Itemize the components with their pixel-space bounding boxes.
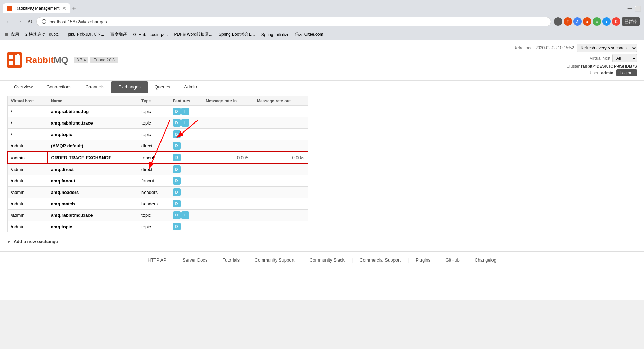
refresh-select[interactable]: Refresh every 5 seconds Refresh every 10… bbox=[577, 44, 637, 52]
forward-button[interactable]: → bbox=[15, 17, 24, 26]
bookmark-8-label: 码云 Gitee.com bbox=[295, 32, 323, 37]
tab-exchanges[interactable]: Exchanges bbox=[111, 81, 147, 93]
ext2-icon[interactable]: ● bbox=[593, 17, 601, 26]
cell-rate-in bbox=[202, 106, 253, 117]
cell-type: topic bbox=[138, 106, 169, 117]
tab-queues[interactable]: Queues bbox=[148, 81, 177, 93]
cell-vhost: /admin bbox=[7, 221, 47, 232]
bookmark-5[interactable]: PDF转Word转换器... bbox=[172, 31, 214, 38]
bookmark-6[interactable]: Spring Boot整合E... bbox=[217, 31, 257, 38]
table-row[interactable]: /adminamq.rabbitmq.tracetopicDI bbox=[7, 210, 308, 221]
abp-icon[interactable]: A bbox=[573, 17, 582, 26]
main-content: Virtual host Name Type Features Message … bbox=[0, 93, 644, 251]
bookmark-3[interactable]: 百度翻译 bbox=[108, 31, 129, 38]
cell-rate-in bbox=[202, 163, 253, 175]
logout-button[interactable]: Log out bbox=[616, 69, 637, 76]
reload-button[interactable]: ↻ bbox=[26, 17, 34, 26]
svg-rect-3 bbox=[7, 33, 8, 34]
tab-favicon bbox=[7, 6, 12, 11]
logo-rabbit: Rabbit bbox=[26, 55, 54, 65]
footer-link-http-api[interactable]: HTTP API bbox=[148, 257, 168, 263]
cell-features: DI bbox=[169, 210, 202, 221]
maximize-icon[interactable]: ⬜ bbox=[634, 5, 641, 12]
table-row[interactable]: /adminamq.headersheadersD bbox=[7, 187, 308, 198]
footer-link-changelog[interactable]: Changelog bbox=[475, 257, 496, 263]
tab-channels[interactable]: Channels bbox=[78, 81, 111, 93]
bookmark-4[interactable]: GitHub · codingZ... bbox=[131, 32, 170, 38]
cell-vhost: / bbox=[7, 117, 47, 129]
tab-connections[interactable]: Connections bbox=[40, 81, 78, 93]
cell-type: topic bbox=[138, 117, 169, 129]
cell-name: amq.direct bbox=[47, 163, 138, 175]
ext1-icon[interactable]: ● bbox=[583, 17, 591, 26]
footer-link-github[interactable]: GitHub bbox=[445, 257, 459, 263]
fe-icon[interactable]: F bbox=[564, 17, 572, 26]
footer-link-tutorials[interactable]: Tutorials bbox=[223, 257, 240, 263]
vhost-select[interactable]: All / /admin bbox=[612, 54, 637, 62]
active-tab[interactable]: RabbitMQ Management ✕ bbox=[3, 3, 70, 13]
table-row[interactable]: /adminamq.directdirectD bbox=[7, 163, 308, 175]
user-label: User bbox=[590, 70, 598, 75]
exchange-tbody: /amq.rabbitmq.logtopicDI/amq.rabbitmq.tr… bbox=[7, 106, 308, 232]
cell-vhost: / bbox=[7, 129, 47, 140]
bookmark-2[interactable]: jdk8下载-JDK 8下... bbox=[66, 31, 106, 38]
tab-admin[interactable]: Admin bbox=[177, 81, 204, 93]
cell-name: ORDER-TRACE-EXCHANGE bbox=[47, 152, 138, 163]
extensions-icon[interactable]: ⋮ bbox=[554, 17, 562, 26]
footer-link-plugins[interactable]: Plugins bbox=[416, 257, 430, 263]
bookmark-apps[interactable]: 应用 bbox=[3, 31, 21, 38]
pause-button[interactable]: 已暂停 bbox=[622, 17, 640, 26]
table-row[interactable]: /amq.rabbitmq.tracetopicDI bbox=[7, 117, 308, 129]
footer-link-community-support[interactable]: Community Support bbox=[255, 257, 295, 263]
table-row[interactable]: /amq.rabbitmq.logtopicDI bbox=[7, 106, 308, 117]
tab-close[interactable]: ✕ bbox=[62, 6, 66, 11]
table-row[interactable]: /adminamq.fanoutfanoutD bbox=[7, 175, 308, 187]
url-bar[interactable]: localhost:15672/#/exchanges bbox=[36, 17, 551, 26]
address-bar: ← → ↻ localhost:15672/#/exchanges ⋮ F A … bbox=[0, 14, 644, 29]
table-row[interactable]: /amq.topictopicD bbox=[7, 129, 308, 140]
table-row[interactable]: /admin(AMQP default)directD bbox=[7, 140, 308, 152]
vhost-row: Virtual host All / /admin bbox=[513, 54, 637, 62]
lock-icon bbox=[42, 19, 46, 24]
url-text: localhost:15672/#/exchanges bbox=[49, 19, 107, 24]
svg-point-1 bbox=[42, 19, 46, 24]
bookmark-1[interactable]: 2 快速启动 · dubb... bbox=[23, 31, 64, 38]
cell-rate-in: 0.00/s bbox=[202, 152, 253, 163]
table-row[interactable]: /adminamq.matchheadersD bbox=[7, 198, 308, 210]
table-row[interactable]: /adminORDER-TRACE-EXCHANGEfanoutD0.00/s0… bbox=[7, 152, 308, 163]
cell-rate-in bbox=[202, 140, 253, 152]
bookmark-7[interactable]: Spring Initializr bbox=[259, 32, 291, 38]
minimize-icon[interactable]: ─ bbox=[628, 5, 632, 12]
add-section: ► Add a new exchange bbox=[7, 239, 637, 244]
ext4-icon[interactable]: G bbox=[612, 17, 620, 26]
svg-rect-0 bbox=[8, 6, 12, 10]
cell-rate-out bbox=[253, 106, 308, 117]
vhost-label: Virtual host bbox=[590, 56, 610, 61]
back-button[interactable]: ← bbox=[4, 17, 12, 26]
cell-features: D bbox=[169, 175, 202, 187]
bookmark-apps-label: 应用 bbox=[11, 32, 19, 37]
cell-features: DI bbox=[169, 117, 202, 129]
footer-link-server-docs[interactable]: Server Docs bbox=[183, 257, 208, 263]
cell-type: fanout bbox=[138, 152, 169, 163]
new-tab-button[interactable]: + bbox=[72, 5, 76, 12]
footer-link-community-slack[interactable]: Community Slack bbox=[310, 257, 345, 263]
nav-tabs: Overview Connections Channels Exchanges … bbox=[0, 81, 644, 93]
cell-rate-out bbox=[253, 163, 308, 175]
cell-features: DI bbox=[169, 106, 202, 117]
cluster-label: Cluster bbox=[566, 64, 580, 69]
table-row[interactable]: /adminamq.topictopicD bbox=[7, 221, 308, 232]
top-bar: RabbitMQ 3.7.4 Erlang 20.3 Refreshed 202… bbox=[0, 40, 644, 81]
footer-separator: | bbox=[467, 257, 468, 263]
add-toggle[interactable]: ► Add a new exchange bbox=[7, 239, 637, 244]
cell-features: D bbox=[169, 140, 202, 152]
cell-vhost: / bbox=[7, 106, 47, 117]
tab-overview[interactable]: Overview bbox=[7, 81, 40, 93]
cell-name: amq.topic bbox=[47, 129, 138, 140]
footer-link-commercial-support[interactable]: Commercial Support bbox=[359, 257, 401, 263]
bookmark-8[interactable]: 码云 Gitee.com bbox=[293, 31, 325, 38]
ext3-icon[interactable]: ● bbox=[602, 17, 611, 26]
cell-type: topic bbox=[138, 129, 169, 140]
refresh-info: Refreshed 2020-02-08 10:15:52 Refresh ev… bbox=[513, 44, 637, 52]
cell-type: fanout bbox=[138, 175, 169, 187]
